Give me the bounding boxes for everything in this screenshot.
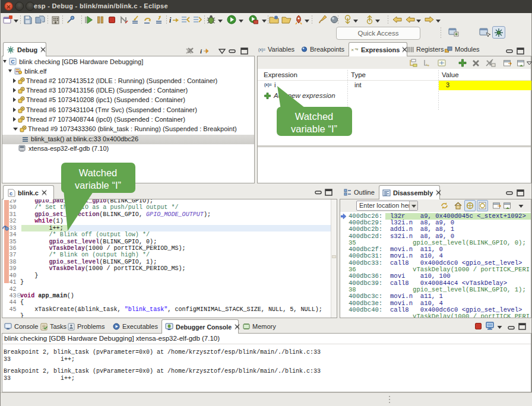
svg-text:c: c — [10, 191, 12, 196]
svg-text:C: C — [11, 59, 15, 65]
svg-text:×⁻ʳ: ×⁻ʳ — [351, 47, 359, 53]
svg-text:i: i — [200, 47, 202, 55]
svg-text:(x)=: (x)= — [258, 47, 265, 52]
svg-text:⤷: ⤷ — [426, 62, 429, 67]
svg-text:i: i — [169, 16, 172, 24]
